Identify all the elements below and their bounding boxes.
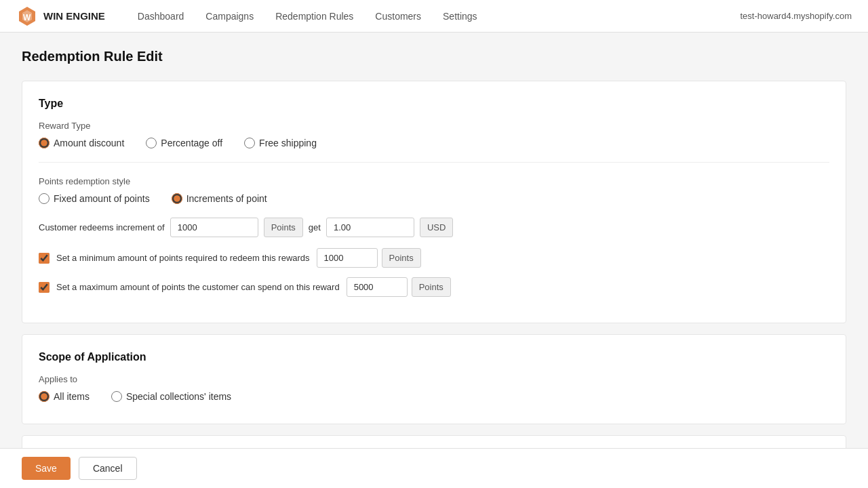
min-points-input[interactable] bbox=[317, 248, 378, 268]
points-style-group: Fixed amount of points Increments of poi… bbox=[39, 193, 829, 204]
type-card: Type Reward Type Amount discount Percent… bbox=[22, 81, 846, 323]
applies-all-items[interactable]: All items bbox=[39, 391, 90, 402]
reward-option-free-shipping[interactable]: Free shipping bbox=[244, 138, 317, 148]
account-url: test-howard4.myshopify.com bbox=[741, 11, 852, 21]
points-option-fixed[interactable]: Fixed amount of points bbox=[39, 193, 150, 204]
applies-to-group: All items Special collections' items bbox=[39, 391, 829, 402]
max-points-input-group: Points bbox=[347, 277, 451, 297]
reward-option-percentage-off[interactable]: Percentage off bbox=[146, 138, 222, 148]
reward-option-amount-discount[interactable]: Amount discount bbox=[39, 138, 124, 148]
min-points-checkbox[interactable] bbox=[39, 253, 50, 264]
page-title: Redemption Rule Edit bbox=[22, 49, 846, 64]
type-section-title: Type bbox=[39, 98, 829, 110]
nav-dashboard[interactable]: Dashboard bbox=[138, 11, 184, 22]
nav-links: Dashboard Campaigns Redemption Rules Cus… bbox=[138, 11, 741, 22]
max-points-input[interactable] bbox=[347, 277, 408, 297]
max-points-row: Set a maximum amount of points the custo… bbox=[39, 277, 829, 297]
min-points-label: Set a minimum amount of points required … bbox=[56, 253, 310, 263]
min-points-input-group: Points bbox=[317, 248, 421, 268]
applies-special-collections[interactable]: Special collections' items bbox=[111, 391, 231, 402]
scope-section-title: Scope of Application bbox=[39, 351, 829, 363]
brand-icon: W bbox=[16, 5, 38, 27]
nav-redemption-rules[interactable]: Redemption Rules bbox=[275, 11, 353, 22]
nav-customers[interactable]: Customers bbox=[375, 11, 421, 22]
get-unit: USD bbox=[420, 218, 453, 237]
brand-name: WIN ENGINE bbox=[43, 10, 105, 22]
cancel-button[interactable]: Cancel bbox=[79, 457, 137, 480]
nav-campaigns[interactable]: Campaigns bbox=[205, 11, 254, 22]
get-value-input[interactable] bbox=[326, 218, 414, 237]
max-points-checkbox[interactable] bbox=[39, 282, 50, 293]
points-option-increments[interactable]: Increments of point bbox=[172, 193, 267, 204]
max-points-unit: Points bbox=[412, 277, 451, 297]
redeems-value-input[interactable] bbox=[170, 218, 258, 237]
get-label: get bbox=[309, 222, 321, 232]
svg-text:W: W bbox=[23, 13, 31, 22]
redeems-label: Customer redeems increment of bbox=[39, 222, 165, 232]
bottom-bar: Save Cancel bbox=[0, 448, 868, 488]
scope-card: Scope of Application Applies to All item… bbox=[22, 334, 846, 424]
min-points-unit: Points bbox=[382, 248, 421, 268]
nav-settings[interactable]: Settings bbox=[443, 11, 477, 22]
min-points-row: Set a minimum amount of points required … bbox=[39, 248, 829, 268]
applies-to-label: Applies to bbox=[39, 374, 829, 384]
redeems-unit: Points bbox=[264, 218, 303, 237]
reward-type-label: Reward Type bbox=[39, 121, 829, 131]
save-button[interactable]: Save bbox=[22, 457, 71, 480]
max-points-label: Set a maximum amount of points the custo… bbox=[56, 282, 340, 292]
redeems-row: Customer redeems increment of Points get… bbox=[39, 218, 829, 237]
points-style-label: Points redemption style bbox=[39, 176, 829, 186]
reward-type-group: Amount discount Percentage off Free ship… bbox=[39, 138, 829, 148]
brand: W WIN ENGINE bbox=[16, 5, 105, 27]
